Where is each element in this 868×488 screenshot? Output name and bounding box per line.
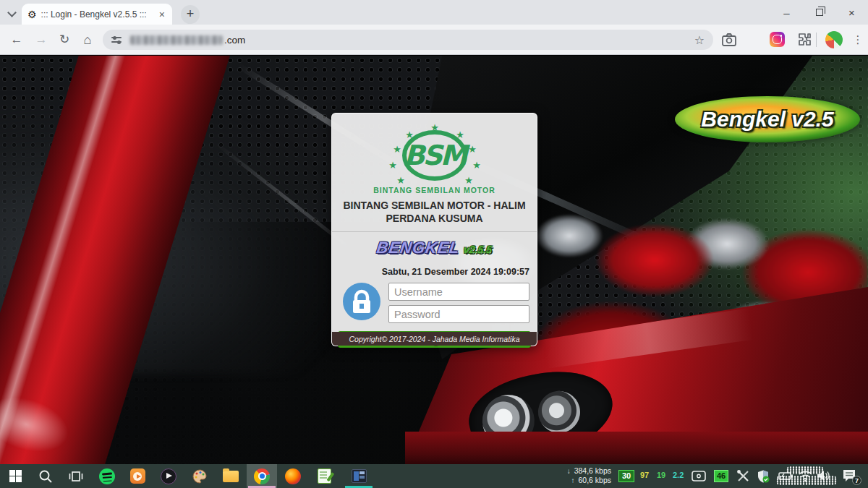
tab-close-icon[interactable]: ×: [158, 9, 166, 20]
forward-button: →: [32, 30, 51, 49]
browser-menu-icon[interactable]: ⋮: [851, 30, 865, 49]
new-tab-button[interactable]: +: [181, 5, 200, 24]
media-player-icon: [130, 468, 145, 484]
play-button-icon: [161, 468, 176, 484]
taskbar-app-chrome-active[interactable]: [247, 464, 277, 488]
bookmark-star-icon[interactable]: ☆: [694, 33, 705, 47]
download-arrow-icon: ↓: [567, 466, 571, 476]
star-icon: ★: [388, 160, 397, 171]
display-tray-icon[interactable]: [691, 469, 707, 483]
chrome-icon: [254, 468, 270, 484]
page-viewport: Bengkel v2.5 BSM ★ ★ ★ ★ ★ ★ ★ ★ ★ BINTA: [0, 56, 868, 464]
browser-tab[interactable]: ⚙ ::: Login - Bengkel v2.5.5 ::: ×: [22, 4, 172, 25]
gear-favicon-icon: ⚙: [27, 9, 37, 20]
system-tray: ↓ 384,6 kbps ↑ 60,6 kbps 30 97 19 2.2 46: [546, 464, 868, 488]
lock-icon: [342, 282, 383, 324]
search-icon: [38, 469, 53, 484]
screen: ⚙ ::: Login - Bengkel v2.5.5 ::: × + – ×…: [0, 0, 868, 488]
star-icon: ★: [464, 175, 473, 186]
workshop-title: BINTANG SEMBILAN MOTOR - HALIM PERDANA K…: [332, 200, 537, 225]
notification-count-badge: 7: [852, 476, 861, 485]
taskbar-app-paint[interactable]: [184, 464, 215, 488]
login-form: [332, 282, 537, 324]
taskbar-app-firefox[interactable]: [278, 464, 308, 488]
screenshot-extension-icon[interactable]: [720, 31, 738, 48]
tray-counter-temp[interactable]: 30: [618, 470, 634, 482]
windows-taskbar: ↓ 384,6 kbps ↑ 60,6 kbps 30 97 19 2.2 46: [0, 464, 868, 488]
minimize-button[interactable]: –: [770, 0, 803, 25]
windows-logo-icon: [9, 470, 22, 482]
spotify-icon: [99, 468, 115, 484]
back-button[interactable]: ←: [7, 30, 26, 49]
folder-icon: [223, 471, 239, 482]
notepad-document-icon: [318, 468, 331, 484]
app-window-icon: [352, 469, 367, 483]
tab-title: ::: Login - Bengkel v2.5.5 :::: [41, 9, 158, 20]
taskbar-app-notepad-plus-plus[interactable]: [309, 464, 339, 488]
taskbar-app-spotify[interactable]: [92, 464, 122, 488]
instagram-extension-icon[interactable]: [770, 32, 785, 47]
star-icon: ★: [468, 144, 477, 155]
home-button[interactable]: ⌂: [78, 30, 97, 49]
reload-button[interactable]: ↻: [55, 30, 74, 49]
task-view-button[interactable]: [61, 464, 91, 488]
address-bar[interactable]: .com ☆: [103, 30, 713, 50]
bsm-acronym: BSM: [404, 140, 470, 171]
taskbar-app-file-explorer[interactable]: [216, 464, 246, 488]
browser-titlebar: ⚙ ::: Login - Bengkel v2.5.5 ::: × + – ×: [0, 0, 868, 25]
star-icon: ★: [405, 129, 414, 140]
tray-counter-green-box[interactable]: 46: [714, 470, 728, 482]
card-footer: Copyright© 2017-2024 - Jahada Media Info…: [332, 332, 537, 346]
badge-text: Bengkel v2.5: [701, 107, 833, 132]
password-input[interactable]: [388, 305, 529, 323]
star-icon: ★: [472, 160, 481, 171]
taskbar-app-media-player-orange[interactable]: [122, 464, 153, 488]
close-button[interactable]: ×: [835, 0, 868, 25]
window-controls: – ×: [770, 0, 868, 25]
background-bumper: [405, 432, 868, 464]
notification-center-button[interactable]: 7: [841, 468, 860, 484]
restore-icon: [816, 9, 823, 16]
workshop-title-line1: BINTANG SEMBILAN MOTOR - HALIM: [332, 200, 537, 213]
login-card: BSM ★ ★ ★ ★ ★ ★ ★ ★ ★ BINTANG SEMBILAN M…: [331, 113, 537, 346]
taskbar-app-window-active[interactable]: [344, 464, 374, 488]
site-settings-icon[interactable]: [111, 35, 123, 45]
star-icon: ★: [396, 175, 405, 186]
bengkel-brand-version: v2.5.5: [463, 244, 493, 255]
upload-speed: 60,6 kbps: [578, 476, 611, 485]
bengkel-version-badge: Bengkel v2.5: [675, 96, 860, 142]
tools-tray-icon[interactable]: [736, 469, 751, 483]
card-divider: [332, 231, 537, 232]
clock-time-redacted: [786, 466, 824, 474]
username-input[interactable]: [388, 283, 529, 301]
toolbar-divider: [816, 33, 817, 47]
start-button[interactable]: [0, 464, 30, 488]
star-icon: ★: [456, 129, 464, 140]
clock-date-redacted: [776, 476, 837, 485]
task-view-icon: [69, 469, 83, 484]
star-icon: ★: [393, 144, 401, 155]
extensions-puzzle-icon[interactable]: [796, 31, 813, 48]
firefox-icon: [285, 468, 301, 484]
bsm-logo-caption: BINTANG SEMBILAN MOTOR: [332, 186, 537, 194]
url-suffix: .com: [224, 35, 245, 46]
network-speed-monitor: ↓ 384,6 kbps ↑ 60,6 kbps: [546, 466, 611, 485]
bengkel-brand-text: BENGKEL: [375, 239, 461, 257]
tray-counter-green[interactable]: 19: [657, 470, 665, 481]
bengkel-brand-logo: BENGKELv2.5.5: [331, 239, 538, 257]
url-redacted-blur: [130, 35, 223, 45]
taskbar-search-button[interactable]: [30, 464, 61, 488]
tray-counter-yellow[interactable]: 97: [640, 470, 649, 481]
tray-counter-cyan[interactable]: 2.2: [673, 470, 684, 481]
login-fields: [388, 283, 529, 323]
profile-avatar[interactable]: [825, 31, 843, 48]
security-shield-icon[interactable]: [756, 469, 770, 484]
workshop-title-line2: PERDANA KUSUMA: [332, 213, 537, 226]
tab-search-chevron-icon[interactable]: [9, 9, 16, 17]
copyright-text: Copyright© 2017-2024 - Jahada Media Info…: [349, 335, 520, 343]
taskbar-app-media-player-dark[interactable]: [153, 464, 184, 488]
restore-button[interactable]: [803, 0, 835, 25]
paint-palette-icon: [192, 468, 208, 484]
bsm-logo-svg: BSM ★ ★ ★ ★ ★ ★ ★ ★ ★: [373, 121, 496, 187]
star-icon: ★: [430, 122, 439, 133]
